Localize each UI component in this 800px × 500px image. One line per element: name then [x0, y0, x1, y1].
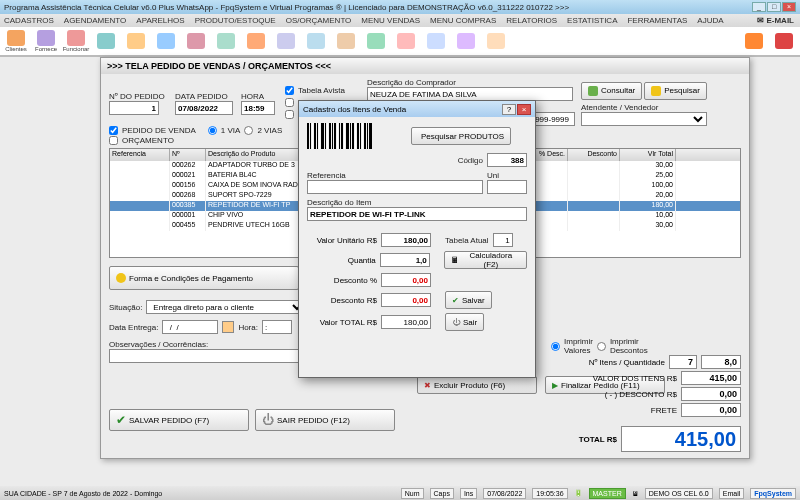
menu-relatorios[interactable]: RELATORIOS — [506, 16, 557, 25]
consultar-button[interactable]: Consultar — [581, 82, 642, 100]
menu-estatistica[interactable]: ESTATISTICA — [567, 16, 617, 25]
check-icon: ✔ — [116, 413, 126, 427]
atendente-select[interactable] — [581, 112, 707, 126]
tbtn-17[interactable] — [482, 28, 510, 54]
menu-ferramentas[interactable]: FERRAMENTAS — [627, 16, 687, 25]
panel-title: >>> TELA PEDIDO DE VENDAS / ORÇAMENTOS <… — [101, 58, 749, 74]
dialog-close-button[interactable]: × — [517, 104, 531, 115]
itens-label: Nº Itens / Quantidade — [551, 358, 665, 367]
status-ins: Ins — [460, 488, 477, 499]
data-entrega-input[interactable] — [162, 320, 218, 334]
menu-os[interactable]: OS/ORÇAMENTO — [286, 16, 352, 25]
dialog-salvar-button[interactable]: ✔Salvar — [445, 291, 492, 309]
forma-pagamento-button[interactable]: Forma e Condições de Pagamento — [109, 266, 299, 290]
imp-val-radio[interactable] — [551, 342, 560, 351]
status-time: 19:05:36 — [532, 488, 567, 499]
menu-aparelhos[interactable]: APARELHOS — [136, 16, 184, 25]
tbtn-7[interactable] — [182, 28, 210, 54]
ref-label: Referencia — [307, 171, 483, 180]
desc-item-label: Descrição do Item — [307, 198, 527, 207]
dr-input[interactable] — [381, 293, 431, 307]
orcamento-label: ORÇAMENTO — [122, 136, 174, 145]
imp-desc-radio[interactable] — [597, 342, 606, 351]
tbtn-11[interactable] — [302, 28, 330, 54]
power-icon: ⏻ — [452, 318, 460, 327]
ref-input[interactable] — [307, 180, 483, 194]
pedido-venda-check[interactable] — [109, 126, 118, 135]
vt-label: Valor TOTAL R$ — [307, 318, 377, 327]
tbtn-clientes[interactable]: Clientes — [2, 28, 30, 54]
tabela-avista-label: Tabela Avista — [298, 86, 345, 95]
sair-pedido-button[interactable]: ⏻SAIR PEDIDO (F12) — [255, 409, 395, 431]
pesquisar-produtos-button[interactable]: Pesquisar PRODUTOS — [411, 127, 511, 145]
tbtn-funcionar[interactable]: Funcionar — [62, 28, 90, 54]
tabela-input[interactable] — [493, 233, 513, 247]
qt-input[interactable] — [380, 253, 430, 267]
orcamento-check[interactable] — [109, 136, 118, 145]
uma-via-radio[interactable] — [208, 126, 217, 135]
data-pedido-label: DATA PEDIDO — [175, 92, 237, 101]
tbtn-14[interactable] — [392, 28, 420, 54]
calendar-icon[interactable] — [222, 321, 234, 333]
pesquisar-button[interactable]: Pesquisar — [644, 82, 707, 100]
menu-vendas[interactable]: MENU VENDAS — [361, 16, 420, 25]
tbtn-4[interactable] — [92, 28, 120, 54]
tabela-label: Tabela Atual — [445, 236, 489, 245]
uni-input[interactable] — [487, 180, 527, 194]
menu-produto[interactable]: PRODUTO/ESTOQUE — [195, 16, 276, 25]
minimize-button[interactable]: _ — [752, 2, 766, 12]
tabela-avista-check[interactable] — [285, 86, 294, 95]
tbtn-12[interactable] — [332, 28, 360, 54]
search-icon — [588, 86, 598, 96]
desc-comp-label: Descrição do Comprador — [367, 78, 577, 87]
desc-item-input[interactable] — [307, 207, 527, 221]
excluir-produto-button[interactable]: ✖Excluir Produto (F6) — [417, 376, 537, 394]
total-label: TOTAL R$ — [551, 435, 617, 444]
hora-input[interactable] — [241, 101, 275, 115]
tbtn-16[interactable] — [452, 28, 480, 54]
desc-comp-input[interactable] — [367, 87, 573, 101]
vu-input[interactable] — [381, 233, 431, 247]
tbtn-10[interactable] — [272, 28, 300, 54]
itens-q: 8,0 — [701, 355, 741, 369]
maximize-button[interactable]: □ — [767, 2, 781, 12]
tbtn-8[interactable] — [212, 28, 240, 54]
qt-label: Quantia — [307, 256, 376, 265]
num-pedido-input[interactable] — [109, 101, 159, 115]
vt-input[interactable] — [381, 315, 431, 329]
tbtn-13[interactable] — [362, 28, 390, 54]
close-button[interactable]: × — [782, 2, 796, 12]
imp-val-label: Imprimir Valores — [564, 337, 593, 355]
tbtn-9[interactable] — [242, 28, 270, 54]
dialog-sair-button[interactable]: ⏻Sair — [445, 313, 484, 331]
menu-cadastros[interactable]: CADASTROS — [4, 16, 54, 25]
tbtn-5[interactable] — [122, 28, 150, 54]
tbtn-fornece[interactable]: Fornece — [32, 28, 60, 54]
tbtn-6[interactable] — [152, 28, 180, 54]
duas-vias-radio[interactable] — [244, 126, 253, 135]
menu-email[interactable]: ✉ E-MAIL — [757, 16, 794, 25]
status-brand: FpqSystem — [750, 488, 796, 499]
status-demo: DEMO OS CEL 6.0 — [645, 488, 713, 499]
hora2-input[interactable] — [262, 320, 292, 334]
itens-n: 7 — [669, 355, 697, 369]
tbtn-exit[interactable] — [770, 28, 798, 54]
status-num: Num — [401, 488, 424, 499]
titlebar: Programa Assistência Técnica Celular v6.… — [0, 0, 800, 14]
dp-input[interactable] — [381, 273, 431, 287]
data-pedido-input[interactable] — [175, 101, 233, 115]
tabela-aprazo-check[interactable] — [285, 98, 294, 107]
menu-compras[interactable]: MENU COMPRAS — [430, 16, 496, 25]
tbtn-suporte[interactable] — [740, 28, 768, 54]
vu-label: Valor Unitário R$ — [307, 236, 377, 245]
statusbar: SUA CIDADE - SP 7 de Agosto de 2022 - Do… — [0, 486, 800, 500]
tbtn-15[interactable] — [422, 28, 450, 54]
situacao-select[interactable]: Entrega direto para o cliente — [146, 300, 306, 314]
codigo-input[interactable] — [487, 153, 527, 167]
dialog-help-button[interactable]: ? — [502, 104, 516, 115]
tabela-atacado-check[interactable] — [285, 110, 294, 119]
menu-ajuda[interactable]: AJUDA — [697, 16, 723, 25]
calc-button[interactable]: 🖩Calculadora (F2) — [444, 251, 527, 269]
menu-agendamento[interactable]: AGENDAMENTO — [64, 16, 127, 25]
salvar-pedido-button[interactable]: ✔SALVAR PEDIDO (F7) — [109, 409, 249, 431]
